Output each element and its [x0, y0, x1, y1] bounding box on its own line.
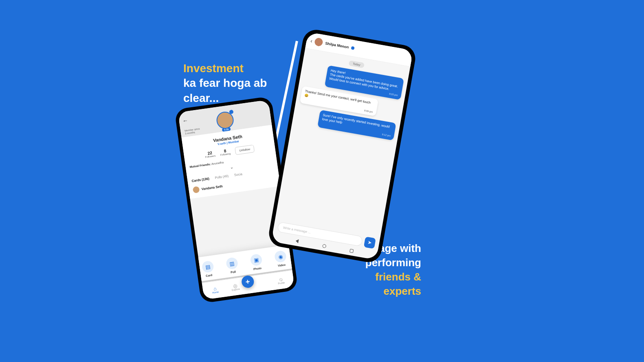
nav-explore[interactable]: ◎ Explore	[231, 283, 240, 291]
avatar[interactable]	[314, 38, 323, 47]
following-stat[interactable]: 8 Following	[220, 148, 231, 156]
android-recent-icon[interactable]	[349, 249, 354, 253]
compose-poll-button[interactable]: ▥ Poll	[226, 257, 239, 274]
followers-stat[interactable]: 22 Followers	[204, 150, 216, 158]
headline-left-line1: Investment	[183, 62, 244, 75]
nav-home[interactable]: ⌂ Home	[211, 286, 219, 294]
compose-card-button[interactable]: ▤ Card	[201, 260, 215, 278]
phone-chat: ‹ Shilpa Menon Today Hey there! The card…	[267, 28, 418, 264]
back-icon[interactable]: ←	[182, 117, 189, 124]
headline-right-line4: experts	[384, 285, 422, 297]
verified-badge-icon	[351, 46, 354, 50]
poll-icon: ▥	[226, 257, 239, 270]
unfollow-button[interactable]: Unfollow	[235, 145, 255, 155]
nav-profile[interactable]: ☺ Profile	[277, 276, 285, 285]
card-icon: ▤	[201, 260, 214, 274]
compose-photo-button[interactable]: ▣ Photo	[250, 254, 263, 271]
member-since: Member since3 months	[185, 128, 200, 135]
avatar[interactable]: 9.6k	[215, 110, 235, 130]
android-back-icon[interactable]	[295, 239, 299, 243]
headline-left-line3: clear...	[183, 92, 219, 104]
profile-body: Vandana Seth V.seth | Mumbai 22 Follower…	[181, 125, 280, 199]
compose-video-button[interactable]: ◉ Video	[274, 250, 288, 267]
photo-icon: ▣	[250, 254, 263, 267]
headline-left-line2: ka fear hoga ab	[183, 77, 267, 89]
back-icon[interactable]: ‹	[310, 38, 313, 44]
message-outgoing: Sure! I've only recently started investi…	[317, 110, 396, 140]
tab-cards[interactable]: Cards (136)	[191, 177, 209, 183]
video-icon: ◉	[274, 250, 287, 263]
send-icon: ➤	[367, 240, 372, 246]
android-home-icon[interactable]	[322, 244, 326, 248]
day-separator: Today	[348, 60, 365, 68]
chat-contact-name: Shilpa Menon	[325, 41, 349, 49]
tab-polls[interactable]: Polls (49)	[215, 174, 229, 180]
send-button[interactable]: ➤	[364, 236, 376, 249]
avatar-small	[193, 186, 200, 193]
headline-right-line3: friends &	[375, 271, 421, 283]
tab-social[interactable]: Socia	[234, 172, 242, 177]
avatar-badge-icon	[229, 110, 233, 114]
